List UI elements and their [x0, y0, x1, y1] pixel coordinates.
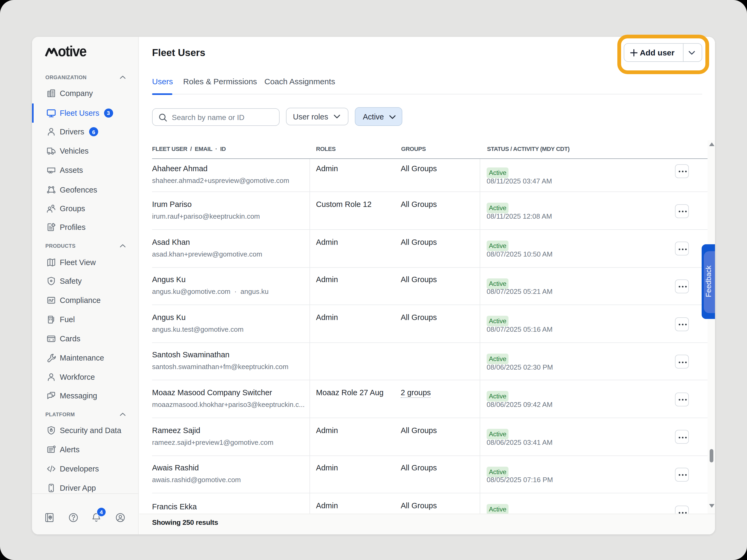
svg-text:otive: otive [58, 45, 86, 57]
